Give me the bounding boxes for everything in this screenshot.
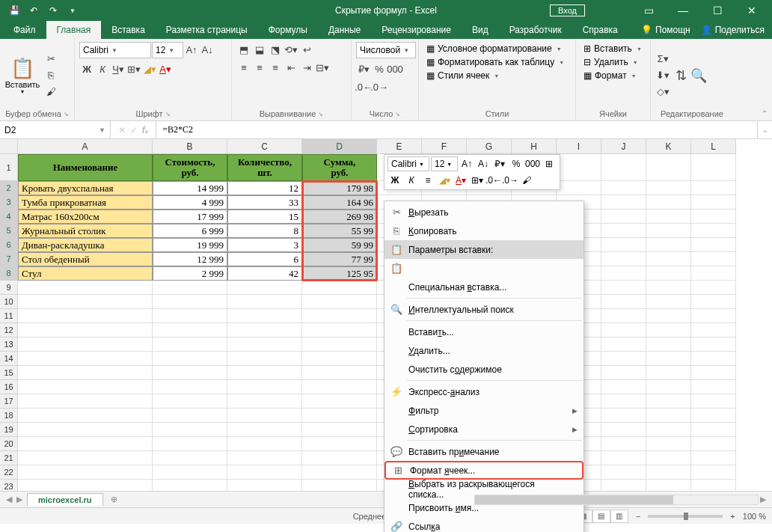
cell[interactable]: Стул xyxy=(18,266,153,281)
row-header[interactable]: 9 xyxy=(0,281,18,295)
cell[interactable] xyxy=(302,465,377,480)
cell[interactable] xyxy=(302,295,377,309)
cell[interactable] xyxy=(646,337,691,352)
cell[interactable] xyxy=(691,437,736,451)
save-icon[interactable]: 💾 xyxy=(6,2,22,19)
row-header[interactable]: 12 xyxy=(0,323,18,337)
cell[interactable] xyxy=(18,409,153,423)
cell[interactable] xyxy=(691,352,736,366)
context-menu-item[interactable]: 💬Вставить примечание xyxy=(385,442,583,461)
horizontal-scrollbar[interactable]: ◀ ▶ xyxy=(467,495,766,505)
context-menu-item[interactable]: 🔗Ссылка xyxy=(385,517,583,532)
cell[interactable] xyxy=(601,224,646,238)
cell[interactable] xyxy=(227,323,302,337)
cell[interactable] xyxy=(691,154,736,181)
cell[interactable] xyxy=(601,437,646,451)
underline-button[interactable]: Ч▾ xyxy=(111,61,126,76)
cell[interactable] xyxy=(302,323,377,337)
sheet-next-icon[interactable]: ▶ xyxy=(16,495,22,504)
zoom-in-button[interactable]: + xyxy=(730,512,735,521)
cell[interactable] xyxy=(646,352,691,366)
scrollbar-thumb[interactable] xyxy=(475,495,673,504)
cell[interactable] xyxy=(302,337,377,352)
scroll-right-icon[interactable]: ▶ xyxy=(760,495,766,504)
page-layout-icon[interactable]: ▤ xyxy=(592,510,610,523)
cell[interactable] xyxy=(691,465,736,480)
cell[interactable] xyxy=(691,238,736,252)
cell[interactable] xyxy=(227,337,302,352)
cell[interactable]: 4 999 xyxy=(153,195,227,210)
align-left-icon[interactable]: ≡ xyxy=(236,60,251,75)
tab-review[interactable]: Рецензирование xyxy=(371,21,462,39)
align-top-icon[interactable]: ⬒ xyxy=(236,42,251,57)
cell[interactable] xyxy=(302,352,377,366)
cell[interactable] xyxy=(646,465,691,480)
fill-color-icon[interactable]: ◢▾ xyxy=(142,61,157,76)
column-header[interactable]: L xyxy=(691,139,736,154)
cell[interactable] xyxy=(601,309,646,323)
cell[interactable] xyxy=(646,323,691,337)
cell[interactable] xyxy=(691,380,736,394)
share-link[interactable]: 👤Поделиться xyxy=(701,25,765,35)
cell[interactable]: Тумба прикроватная xyxy=(18,195,153,210)
cell[interactable] xyxy=(227,309,302,323)
cell[interactable] xyxy=(691,252,736,266)
context-menu-item[interactable]: Фильтр▶ xyxy=(385,401,583,420)
row-header[interactable]: 6 xyxy=(0,238,18,252)
cell[interactable] xyxy=(18,366,153,380)
cell[interactable] xyxy=(646,423,691,437)
indent-inc-icon[interactable]: ⇥ xyxy=(299,60,314,75)
column-header[interactable]: H xyxy=(512,139,557,154)
qat-customize-icon[interactable]: ▼ xyxy=(64,2,81,19)
context-menu-item[interactable]: ✂Вырезать xyxy=(385,203,583,221)
cell[interactable] xyxy=(646,210,691,224)
cell[interactable] xyxy=(601,195,646,210)
font-size-combo[interactable]: 12▼ xyxy=(152,42,183,58)
column-header[interactable]: K xyxy=(646,139,691,154)
cell[interactable] xyxy=(691,181,736,195)
cell[interactable]: 12 999 xyxy=(153,252,227,266)
currency-icon[interactable]: ₽▾ xyxy=(356,61,371,76)
cell[interactable] xyxy=(646,366,691,380)
decrease-font-icon[interactable]: A↓ xyxy=(200,42,215,57)
cell[interactable] xyxy=(18,465,153,480)
cell[interactable]: 77 99 xyxy=(302,252,377,266)
cell[interactable] xyxy=(691,295,736,309)
cell[interactable] xyxy=(227,352,302,366)
border-icon[interactable]: ⊞▾ xyxy=(126,61,141,76)
cell[interactable] xyxy=(646,266,691,281)
cell[interactable] xyxy=(227,451,302,465)
cell[interactable] xyxy=(153,423,227,437)
cell[interactable] xyxy=(691,480,736,491)
mini-font-color-icon[interactable]: A▾ xyxy=(453,173,468,188)
mini-dec-icon[interactable]: .0← xyxy=(486,173,501,188)
cell[interactable] xyxy=(18,394,153,409)
column-header[interactable]: F xyxy=(422,139,467,154)
cell[interactable] xyxy=(646,295,691,309)
percent-icon[interactable]: % xyxy=(372,61,387,76)
cell[interactable]: 2 999 xyxy=(153,266,227,281)
sheet-nav[interactable]: ◀▶ xyxy=(6,495,22,504)
cell[interactable] xyxy=(227,409,302,423)
cell[interactable] xyxy=(302,409,377,423)
mini-italic-icon[interactable]: К xyxy=(404,173,419,188)
cell[interactable] xyxy=(691,366,736,380)
cell[interactable] xyxy=(302,480,377,491)
cell[interactable]: 8 xyxy=(227,224,302,238)
format-table-button[interactable]: ▦Форматировать как таблицу▼ xyxy=(423,55,571,69)
cell[interactable] xyxy=(18,480,153,491)
mini-borders-icon[interactable]: ⊞▾ xyxy=(470,173,485,188)
dialog-launcher-icon[interactable]: ↘ xyxy=(165,111,171,117)
zoom-slider[interactable] xyxy=(648,515,723,518)
cell[interactable] xyxy=(646,252,691,266)
context-menu-item[interactable]: 📋📋 xyxy=(385,259,583,278)
row-header[interactable]: 7 xyxy=(0,252,18,266)
cell[interactable] xyxy=(691,224,736,238)
zoom-thumb[interactable] xyxy=(684,513,688,520)
cell[interactable] xyxy=(18,323,153,337)
cell[interactable] xyxy=(302,394,377,409)
row-header[interactable]: 1 xyxy=(0,154,18,181)
cell[interactable] xyxy=(153,437,227,451)
thousand-sep-icon[interactable]: 000 xyxy=(387,61,402,76)
cell[interactable] xyxy=(646,224,691,238)
